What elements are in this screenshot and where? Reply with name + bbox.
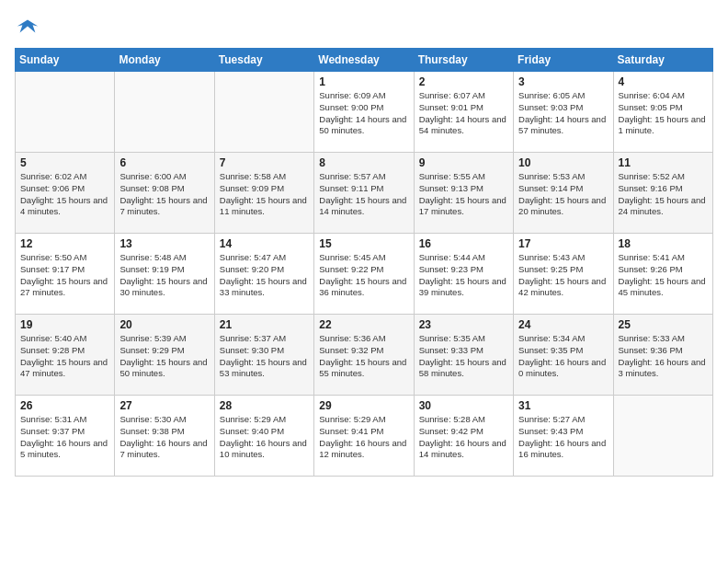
day-content: Sunrise: 5:28 AMSunset: 9:42 PMDaylight:… <box>419 414 508 461</box>
day-content: Sunrise: 5:43 AMSunset: 9:25 PMDaylight:… <box>518 252 608 299</box>
calendar-cell: 14Sunrise: 5:47 AMSunset: 9:20 PMDayligh… <box>214 234 313 315</box>
day-number: 11 <box>619 156 708 169</box>
day-number: 8 <box>319 156 408 169</box>
day-number: 2 <box>419 75 508 88</box>
day-content: Sunrise: 5:45 AMSunset: 9:22 PMDaylight:… <box>319 252 408 299</box>
day-content: Sunrise: 5:50 AMSunset: 9:17 PMDaylight:… <box>20 252 109 299</box>
day-number: 27 <box>119 399 209 412</box>
day-number: 31 <box>518 399 608 412</box>
day-number: 1 <box>319 75 408 88</box>
day-content: Sunrise: 5:48 AMSunset: 9:19 PMDaylight:… <box>119 252 209 299</box>
day-number: 24 <box>518 318 608 331</box>
calendar-cell: 12Sunrise: 5:50 AMSunset: 9:17 PMDayligh… <box>16 234 115 315</box>
calendar-cell: 28Sunrise: 5:29 AMSunset: 9:40 PMDayligh… <box>214 396 313 477</box>
day-content: Sunrise: 5:37 AMSunset: 9:30 PMDaylight:… <box>220 333 309 380</box>
day-number: 22 <box>319 318 408 331</box>
calendar-cell <box>16 72 115 153</box>
calendar-cell: 16Sunrise: 5:44 AMSunset: 9:23 PMDayligh… <box>414 234 513 315</box>
day-number: 28 <box>220 399 309 412</box>
day-content: Sunrise: 6:04 AMSunset: 9:05 PMDaylight:… <box>619 90 708 137</box>
col-header-wednesday: Wednesday <box>314 49 414 72</box>
day-content: Sunrise: 5:58 AMSunset: 9:09 PMDaylight:… <box>220 171 309 218</box>
calendar-week-2: 12Sunrise: 5:50 AMSunset: 9:17 PMDayligh… <box>16 234 713 315</box>
day-number: 20 <box>119 318 209 331</box>
calendar-cell: 11Sunrise: 5:52 AMSunset: 9:16 PMDayligh… <box>613 153 712 234</box>
logo-bird-icon <box>15 15 40 40</box>
calendar-cell: 4Sunrise: 6:04 AMSunset: 9:05 PMDaylight… <box>613 72 712 153</box>
day-number: 13 <box>119 237 209 250</box>
calendar-cell: 10Sunrise: 5:53 AMSunset: 9:14 PMDayligh… <box>514 153 613 234</box>
calendar-cell: 6Sunrise: 6:00 AMSunset: 9:08 PMDaylight… <box>115 153 214 234</box>
day-number: 3 <box>518 75 608 88</box>
calendar-cell: 25Sunrise: 5:33 AMSunset: 9:36 PMDayligh… <box>613 315 712 396</box>
day-number: 7 <box>220 156 309 169</box>
day-number: 4 <box>619 75 708 88</box>
day-content: Sunrise: 5:57 AMSunset: 9:11 PMDaylight:… <box>319 171 408 218</box>
col-header-thursday: Thursday <box>414 49 513 72</box>
calendar-cell: 5Sunrise: 6:02 AMSunset: 9:06 PMDaylight… <box>16 153 115 234</box>
day-content: Sunrise: 6:02 AMSunset: 9:06 PMDaylight:… <box>20 171 109 218</box>
day-content: Sunrise: 5:29 AMSunset: 9:40 PMDaylight:… <box>220 414 309 461</box>
day-number: 5 <box>20 156 109 169</box>
day-number: 12 <box>20 237 109 250</box>
col-header-saturday: Saturday <box>613 49 712 72</box>
calendar-cell: 7Sunrise: 5:58 AMSunset: 9:09 PMDaylight… <box>214 153 313 234</box>
day-content: Sunrise: 5:27 AMSunset: 9:43 PMDaylight:… <box>518 414 608 461</box>
calendar-cell: 9Sunrise: 5:55 AMSunset: 9:13 PMDaylight… <box>414 153 513 234</box>
calendar-cell: 20Sunrise: 5:39 AMSunset: 9:29 PMDayligh… <box>115 315 214 396</box>
calendar-cell: 26Sunrise: 5:31 AMSunset: 9:37 PMDayligh… <box>16 396 115 477</box>
day-content: Sunrise: 5:41 AMSunset: 9:26 PMDaylight:… <box>619 252 708 299</box>
day-content: Sunrise: 5:40 AMSunset: 9:28 PMDaylight:… <box>20 333 109 380</box>
day-number: 14 <box>220 237 309 250</box>
day-number: 18 <box>619 237 708 250</box>
day-content: Sunrise: 5:39 AMSunset: 9:29 PMDaylight:… <box>119 333 209 380</box>
day-number: 10 <box>518 156 608 169</box>
day-content: Sunrise: 5:35 AMSunset: 9:33 PMDaylight:… <box>419 333 508 380</box>
day-content: Sunrise: 5:29 AMSunset: 9:41 PMDaylight:… <box>319 414 408 461</box>
day-content: Sunrise: 5:55 AMSunset: 9:13 PMDaylight:… <box>419 171 508 218</box>
calendar-cell: 17Sunrise: 5:43 AMSunset: 9:25 PMDayligh… <box>514 234 613 315</box>
day-number: 25 <box>619 318 708 331</box>
day-content: Sunrise: 5:34 AMSunset: 9:35 PMDaylight:… <box>518 333 608 380</box>
calendar-cell: 18Sunrise: 5:41 AMSunset: 9:26 PMDayligh… <box>613 234 712 315</box>
calendar-cell: 1Sunrise: 6:09 AMSunset: 9:00 PMDaylight… <box>314 72 414 153</box>
day-number: 19 <box>20 318 109 331</box>
day-content: Sunrise: 6:09 AMSunset: 9:00 PMDaylight:… <box>319 90 408 137</box>
logo <box>15 15 44 40</box>
calendar-week-1: 5Sunrise: 6:02 AMSunset: 9:06 PMDaylight… <box>16 153 713 234</box>
calendar-cell: 30Sunrise: 5:28 AMSunset: 9:42 PMDayligh… <box>414 396 513 477</box>
calendar-cell: 27Sunrise: 5:30 AMSunset: 9:38 PMDayligh… <box>115 396 214 477</box>
calendar-cell: 31Sunrise: 5:27 AMSunset: 9:43 PMDayligh… <box>514 396 613 477</box>
calendar-cell: 3Sunrise: 6:05 AMSunset: 9:03 PMDaylight… <box>514 72 613 153</box>
day-content: Sunrise: 5:33 AMSunset: 9:36 PMDaylight:… <box>619 333 708 380</box>
day-number: 16 <box>419 237 508 250</box>
day-number: 6 <box>119 156 209 169</box>
col-header-friday: Friday <box>514 49 613 72</box>
calendar-cell: 24Sunrise: 5:34 AMSunset: 9:35 PMDayligh… <box>514 315 613 396</box>
col-header-monday: Monday <box>115 49 214 72</box>
day-content: Sunrise: 5:31 AMSunset: 9:37 PMDaylight:… <box>20 414 109 461</box>
calendar-week-3: 19Sunrise: 5:40 AMSunset: 9:28 PMDayligh… <box>16 315 713 396</box>
day-content: Sunrise: 6:07 AMSunset: 9:01 PMDaylight:… <box>419 90 508 137</box>
calendar-cell: 21Sunrise: 5:37 AMSunset: 9:30 PMDayligh… <box>214 315 313 396</box>
col-header-tuesday: Tuesday <box>214 49 313 72</box>
day-content: Sunrise: 5:52 AMSunset: 9:16 PMDaylight:… <box>619 171 708 218</box>
day-number: 30 <box>419 399 508 412</box>
day-content: Sunrise: 6:00 AMSunset: 9:08 PMDaylight:… <box>119 171 209 218</box>
calendar-table: SundayMondayTuesdayWednesdayThursdayFrid… <box>15 48 713 477</box>
calendar-cell: 8Sunrise: 5:57 AMSunset: 9:11 PMDaylight… <box>314 153 414 234</box>
day-number: 29 <box>319 399 408 412</box>
day-number: 23 <box>419 318 508 331</box>
day-content: Sunrise: 5:36 AMSunset: 9:32 PMDaylight:… <box>319 333 408 380</box>
calendar-cell: 13Sunrise: 5:48 AMSunset: 9:19 PMDayligh… <box>115 234 214 315</box>
day-number: 21 <box>220 318 309 331</box>
day-number: 26 <box>20 399 109 412</box>
calendar-header-row: SundayMondayTuesdayWednesdayThursdayFrid… <box>16 49 713 72</box>
day-number: 9 <box>419 156 508 169</box>
calendar-cell: 23Sunrise: 5:35 AMSunset: 9:33 PMDayligh… <box>414 315 513 396</box>
col-header-sunday: Sunday <box>16 49 115 72</box>
calendar-cell <box>115 72 214 153</box>
calendar-cell: 19Sunrise: 5:40 AMSunset: 9:28 PMDayligh… <box>16 315 115 396</box>
svg-marker-0 <box>17 20 38 33</box>
calendar-cell <box>214 72 313 153</box>
